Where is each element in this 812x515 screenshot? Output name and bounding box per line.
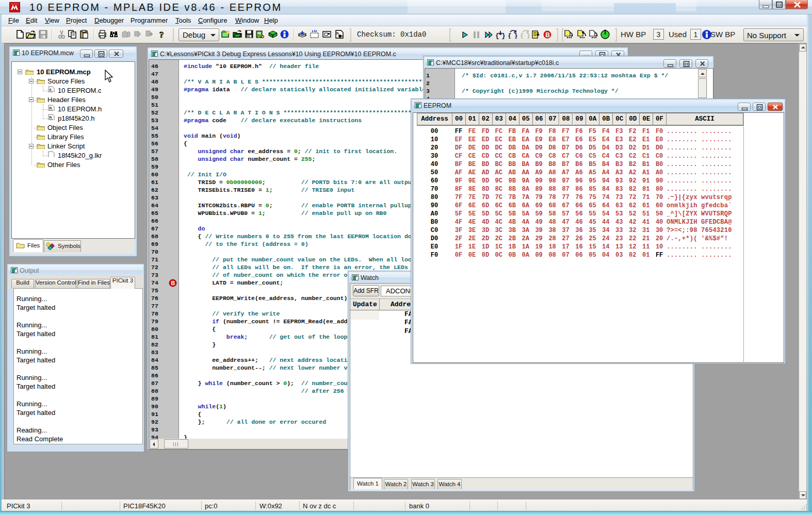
svg-text:B: B: [545, 31, 550, 39]
svg-text:h: h: [50, 106, 52, 110]
svg-text:{: {: [496, 32, 499, 39]
svg-text:}: }: [514, 32, 518, 39]
svg-text:}: }: [526, 32, 530, 39]
svg-text:{: {: [508, 32, 512, 39]
svg-text:?: ?: [159, 30, 164, 39]
svg-text:B: B: [171, 280, 175, 286]
svg-text:c: c: [50, 87, 52, 92]
svg-text:h: h: [50, 115, 52, 120]
svg-text:}: }: [501, 32, 506, 39]
svg-text:h: h: [336, 31, 339, 36]
svg-text:{: {: [521, 32, 524, 39]
